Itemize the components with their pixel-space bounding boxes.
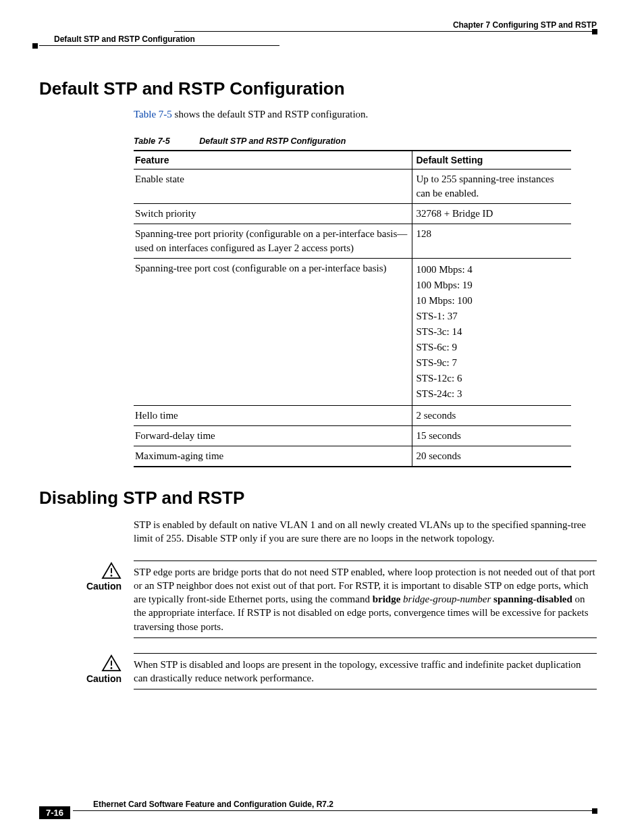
intro-text: shows the default STP and RSTP configura… — [172, 109, 369, 120]
cell-feature: Spanning-tree port cost (configurable on… — [134, 259, 412, 406]
section-label: Default STP and RSTP Configuration — [39, 34, 195, 44]
cell-setting: 1000 Mbps: 4 100 Mbps: 19 10 Mbps: 100 S… — [412, 259, 571, 406]
running-header-left: Default STP and RSTP Configuration — [39, 32, 597, 45]
table-row: Spanning-tree port priority (configurabl… — [134, 224, 571, 259]
caution-italic: bridge-group-number — [400, 594, 491, 604]
table-row: Switch priority 32768 + Bridge ID — [134, 204, 571, 224]
caution-label: Caution — [39, 673, 122, 684]
table-row: Forward-delay time 15 seconds — [134, 426, 571, 446]
heading-default-stp: Default STP and RSTP Configuration — [39, 78, 597, 99]
caution-text: STP edge ports are bridge ports that do … — [134, 561, 597, 638]
footer-title: Ethernet Card Software Feature and Confi… — [39, 800, 597, 810]
table-row: Hello time 2 seconds — [134, 406, 571, 426]
caution-text: When STP is disabled and loops are prese… — [134, 653, 597, 690]
port-cost-line: STS-24c: 3 — [417, 387, 568, 401]
table-row: Maximum-aging time 20 seconds — [134, 446, 571, 467]
cell-feature: Spanning-tree port priority (configurabl… — [134, 224, 412, 259]
page-number: 7-16 — [39, 806, 70, 819]
config-table: Feature Default Setting Enable state Up … — [134, 150, 571, 467]
cell-feature: Forward-delay time — [134, 426, 412, 446]
table-title: Default STP and RSTP Configuration — [199, 136, 346, 146]
col-feature: Feature — [134, 151, 412, 170]
port-cost-line: 10 Mbps: 100 — [417, 294, 568, 308]
cell-feature: Hello time — [134, 406, 412, 426]
col-default: Default Setting — [412, 151, 571, 170]
table-xref-link[interactable]: Table 7-5 — [134, 109, 172, 120]
cell-setting: 2 seconds — [412, 406, 571, 426]
port-cost-line: 100 Mbps: 19 — [417, 278, 568, 292]
cell-feature: Switch priority — [134, 204, 412, 224]
intro-paragraph: Table 7-5 shows the default STP and RSTP… — [134, 109, 597, 120]
running-header-right: Chapter 7 Configuring STP and RSTP — [39, 20, 597, 31]
caution-block: Caution STP edge ports are bridge ports … — [39, 561, 597, 638]
table-number: Table 7-5 — [134, 136, 170, 146]
cell-feature: Maximum-aging time — [134, 446, 412, 467]
cell-setting: 20 seconds — [412, 446, 571, 467]
cell-setting: 15 seconds — [412, 426, 571, 446]
caution-icon — [39, 654, 122, 675]
cell-feature: Enable state — [134, 170, 412, 204]
chapter-label: Chapter 7 Configuring STP and RSTP — [453, 20, 597, 30]
port-cost-line: STS-12c: 6 — [417, 371, 568, 386]
cell-setting: 128 — [412, 224, 571, 259]
cell-setting: 32768 + Bridge ID — [412, 204, 571, 224]
port-cost-line: STS-1: 37 — [417, 309, 568, 323]
port-cost-line: STS-3c: 14 — [417, 325, 568, 339]
caution-bold: bridge — [373, 594, 401, 604]
caution-icon — [39, 562, 122, 582]
port-cost-line: STS-9c: 7 — [417, 356, 568, 370]
cell-setting: Up to 255 spanning-tree instances can be… — [412, 170, 571, 204]
svg-point-3 — [111, 667, 113, 669]
svg-point-1 — [111, 575, 113, 577]
caution-label: Caution — [39, 581, 122, 592]
table-row: Spanning-tree port cost (configurable on… — [134, 259, 571, 406]
table-caption: Table 7-5 Default STP and RSTP Configura… — [134, 136, 597, 146]
port-cost-line: 1000 Mbps: 4 — [417, 263, 568, 277]
caution-block: Caution When STP is disabled and loops a… — [39, 653, 597, 690]
port-cost-line: STS-6c: 9 — [417, 340, 568, 355]
heading-disabling-stp: Disabling STP and RSTP — [39, 488, 597, 509]
disabling-paragraph: STP is enabled by default on native VLAN… — [134, 518, 597, 546]
caution-bold: spanning-disabled — [491, 594, 572, 604]
table-row: Enable state Up to 255 spanning-tree ins… — [134, 170, 571, 204]
page-footer: Ethernet Card Software Feature and Confi… — [39, 800, 597, 811]
